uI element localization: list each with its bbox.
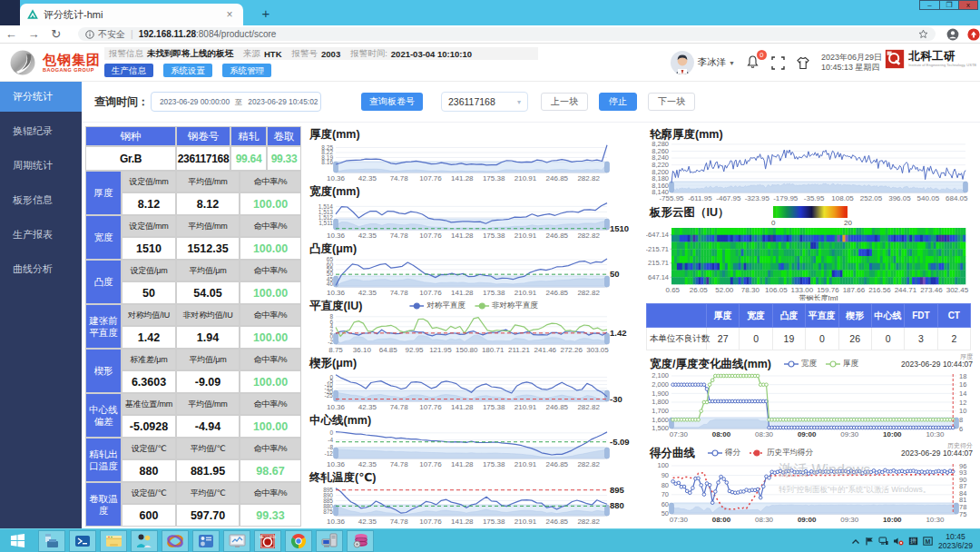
header-nav-button-2[interactable]: 系统管理 [222,64,271,77]
datazoom-handle-right[interactable] [964,182,968,192]
legend-item[interactable]: 历史平均得分 [750,448,813,458]
security-label[interactable]: 不安全 [98,28,125,41]
header-nav-button-0[interactable]: 生产信息 [104,64,153,77]
fullscreen-icon[interactable] [771,56,785,70]
date-to[interactable]: 2023-06-29 10:45:02 [248,97,318,106]
chart-plot-mid_fdt[interactable]: 89589088588087510.3642.3574.78107.76141.… [306,484,642,528]
chart-canvas-mid_fdt[interactable]: 89589088588087510.3642.3574.78107.76141.… [306,484,642,528]
browser-update-icon[interactable] [967,28,980,41]
datazoom-handle-left[interactable] [334,162,338,172]
taskbar-icon-file-explorer[interactable] [100,530,127,552]
chart-plot-right_score[interactable]: 100908070605007:3008:0008:3009:0009:3010… [646,462,975,527]
start-button[interactable] [0,529,34,552]
chart-canvas-mid_wedge[interactable]: 0-5-10-15-20-2510.3642.3574.78107.76141.… [306,370,642,414]
date-range-input[interactable]: 2023-06-29 00:00:00 至 2023-06-29 10:45:0… [151,92,321,112]
taskbar-icon-chrome[interactable] [285,530,312,552]
chart-rect [861,228,864,235]
taskbar-icon-powershell[interactable] [69,530,96,552]
taskbar-icon-system-monitor[interactable] [223,530,250,552]
chart-canvas-right_cloud[interactable]: -647.14-215.71215.71647.140.6526.0552.00… [646,219,973,301]
taskbar-icon-database[interactable] [347,530,374,552]
taskbar-icon-control-panel[interactable] [192,530,220,552]
datazoom-handle-left[interactable] [334,448,338,458]
legend-item[interactable]: 非对称平直度 [475,301,538,311]
chart-plot-right_wt[interactable]: 2,1002,0001,9001,8001,7001,6001,50007:30… [646,373,975,440]
datazoom-handle-right[interactable] [605,448,610,458]
date-from[interactable]: 2023-06-29 00:00:00 [160,97,230,106]
chart-plot-right_cloud[interactable]: -647.14-215.71215.71647.140.6526.0552.00… [646,219,975,301]
new-tab-button[interactable]: + [256,5,276,22]
datazoom-handle-left[interactable] [334,333,338,344]
chart-plot-mid_wedge[interactable]: 0-5-10-15-20-2510.3642.3574.78107.76141.… [306,370,642,414]
tab-close-icon[interactable]: × [223,8,236,21]
url-input[interactable]: 不安全 | 192.168.11.28 :8084/product/score [78,27,936,41]
chart-canvas-mid_thickness[interactable]: 8.258.228.198.1610.3642.3574.78107.76141… [306,141,642,185]
taskbar-icon-baogang-app[interactable]: BAOGANG [254,530,281,552]
stop-button[interactable]: 停止 [599,93,637,111]
chart-canvas-right_score[interactable]: 100908070605007:3008:0008:3009:0009:3010… [646,462,973,527]
coil-select[interactable]: 236117168 ▾ [441,92,528,112]
sidebar-item-3[interactable]: 板形信息 [0,185,82,215]
window-minimize-button[interactable]: – [920,1,939,9]
legend-item[interactable]: 对称平直度 [409,301,466,311]
reload-icon[interactable]: ↻ [44,27,67,41]
chart-plot-mid_width[interactable]: 1,5141,5131,5121,51110.3642.3574.78107.7… [306,198,642,242]
tray-flag-icon[interactable] [865,533,874,549]
datazoom-handle-right[interactable] [605,162,610,172]
forward-icon[interactable]: → [23,27,45,41]
legend-item[interactable]: 得分 [708,448,740,458]
chart-canvas-right_profile[interactable]: 8,2808,2608,2408,2208,2008,1808,1608,140… [646,141,973,206]
taskbar-icon-computer-manager[interactable] [316,530,343,552]
chart-plot-mid_thickness[interactable]: 8.258.228.198.1610.3642.3574.78107.76141… [306,141,642,185]
taskbar-icon-contacts[interactable] [131,530,158,552]
datazoom-handle-right[interactable] [605,333,610,344]
chart-canvas-right_wt[interactable]: 2,1002,0001,9001,8001,7001,6001,50007:30… [646,373,973,440]
chart-canvas-mid_flatness[interactable]: 86420-28.7536.1064.8592.95121.95150.8018… [306,312,642,357]
user-caret-icon[interactable]: ▼ [729,60,735,66]
datazoom-handle-right[interactable] [605,276,610,287]
tray-ime-icon[interactable]: 拼 [908,533,918,549]
sidebar-item-1[interactable]: 换辊纪录 [0,116,82,146]
back-icon[interactable]: ← [0,27,23,41]
header-nav-button-1[interactable]: 系统设置 [163,64,212,77]
taskbar-icon-visual-studio[interactable] [162,530,189,552]
bookmark-star-icon[interactable] [918,29,928,39]
user-name[interactable]: 李冰洋 [698,56,727,69]
notification-bell[interactable]: 0 [746,54,760,71]
avatar[interactable] [671,51,694,74]
sidebar-item-4[interactable]: 生产报表 [0,220,82,250]
sidebar-item-5[interactable]: 曲线分析 [0,254,82,284]
sidebar-item-2[interactable]: 周期统计 [0,151,82,181]
window-maximize-button[interactable]: ❐ [939,1,958,9]
chart-canvas-mid_centerline[interactable]: 0-4-8-1210.3642.3574.78107.76141.28175.3… [306,427,642,471]
datazoom-handle-right[interactable] [605,219,610,230]
chart-plot-mid_flatness[interactable]: 86420-28.7536.1064.8592.95121.95150.8018… [306,312,642,357]
tray-expand-icon[interactable] [851,533,860,549]
chart-plot-right_profile[interactable]: 8,2808,2608,2408,2208,2008,1808,1608,140… [646,141,975,206]
sidebar-item-0[interactable]: 评分统计 [0,82,82,112]
chart-rect [883,263,886,271]
legend-item[interactable]: 宽度 [784,359,817,370]
profile-icon[interactable] [946,28,959,41]
browser-tab[interactable]: 评分统计-hmi × [20,4,243,25]
tray-network-icon[interactable] [878,533,888,549]
prev-coil-button[interactable]: 上一块 [541,93,588,111]
datazoom-handle-left[interactable] [334,390,338,401]
datazoom-handle-left[interactable] [334,219,338,230]
datazoom-handle-right[interactable] [955,503,959,514]
tray-m-icon[interactable]: M [923,533,933,549]
chart-canvas-mid_width[interactable]: 1,5141,5131,5121,51110.3642.3574.78107.7… [306,198,642,242]
taskbar-clock[interactable]: 10:45 2023/6/29 [935,532,976,550]
legend-item[interactable]: 厚度 [826,359,858,370]
taskbar-icon-server-manager[interactable] [38,530,65,552]
window-close-button[interactable]: x [958,1,977,9]
datazoom-handle-left[interactable] [670,503,674,514]
search-coil-button[interactable]: 查询板卷号 [361,93,423,111]
clothes-icon[interactable] [796,56,810,70]
chart-plot-mid_centerline[interactable]: 0-4-8-1210.3642.3574.78107.76141.28175.3… [306,427,642,471]
chart-plot-mid_crown[interactable]: 65605550454010.3642.3574.78107.76141.281… [306,255,642,300]
next-coil-button[interactable]: 下一块 [648,93,695,111]
datazoom-handle-left[interactable] [670,182,674,192]
chart-canvas-mid_crown[interactable]: 65605550454010.3642.3574.78107.76141.281… [306,255,642,300]
tray-volume-muted-icon[interactable] [893,533,904,549]
